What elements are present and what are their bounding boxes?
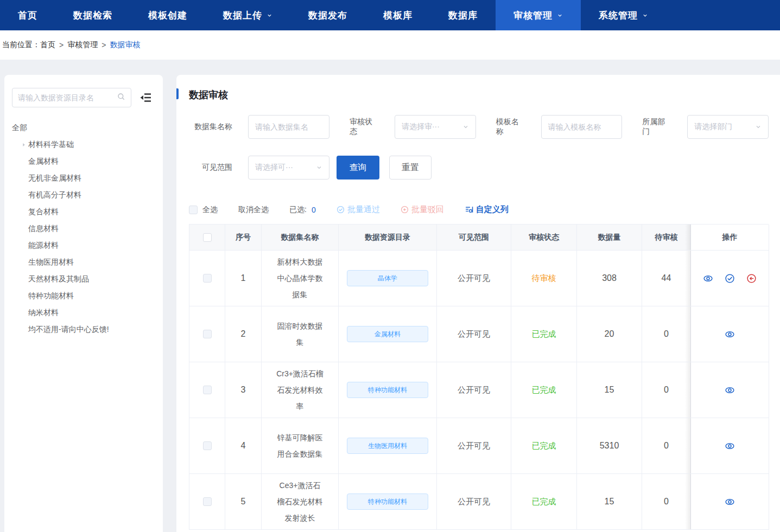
catalog-search-input[interactable] — [18, 93, 117, 102]
custom-columns-label: 自定义列 — [476, 204, 509, 215]
row-checkbox[interactable] — [203, 441, 212, 450]
check-circle-icon — [337, 206, 345, 214]
catalog-tag: 金属材料 — [347, 326, 428, 342]
template-name-label: 模板名称 — [496, 117, 527, 137]
table-row: 4锌基可降解医用合金数据集生物医用材料公开可见已完成53100 — [189, 418, 769, 474]
tree-item[interactable]: 复合材料 — [12, 203, 155, 220]
column-header: 操作 — [691, 225, 769, 251]
pending-cell: 44 — [642, 251, 691, 306]
reset-button[interactable]: 重置 — [389, 156, 432, 180]
breadcrumb-link[interactable]: 数据审核 — [110, 40, 140, 50]
custom-columns-button[interactable]: 自定义列 — [465, 204, 509, 215]
tree-item[interactable]: 纳米材料 — [12, 304, 155, 321]
expand-caret-icon[interactable] — [20, 142, 28, 148]
batch-approve-button[interactable]: 批量通过 — [337, 204, 380, 215]
amount-cell: 15 — [577, 474, 642, 530]
amount-cell: 308 — [577, 251, 642, 306]
chevron-down-icon — [755, 124, 762, 130]
nav-item[interactable]: 模板库 — [365, 0, 430, 30]
header-select-checkbox[interactable] — [203, 233, 212, 242]
table-row: 5Ce3+激活石榴石发光材料发射波长特种功能材料公开可见已完成150 — [189, 474, 769, 530]
approve-button[interactable] — [725, 273, 735, 284]
view-button[interactable] — [725, 441, 735, 451]
batch-reject-button[interactable]: 批量驳回 — [401, 204, 444, 215]
status-cell: 已完成 — [511, 362, 577, 418]
visibility-select[interactable]: 请选择可··· — [248, 156, 329, 180]
header-checkbox-cell — [189, 225, 225, 251]
nav-item[interactable]: 数据发布 — [290, 0, 365, 30]
view-icon — [725, 385, 735, 395]
row-checkbox[interactable] — [203, 386, 212, 394]
tree-item[interactable]: 无机非金属材料 — [12, 170, 155, 187]
catalog-tag: 特种功能材料 — [347, 382, 428, 398]
template-name-input[interactable] — [548, 123, 616, 131]
row-checkbox[interactable] — [203, 330, 212, 338]
tree-item[interactable]: 特种功能材料 — [12, 287, 155, 304]
column-header: 审核状态 — [511, 225, 577, 251]
department-select[interactable]: 请选择部门 — [687, 115, 769, 139]
actions-cell — [691, 306, 769, 362]
catalog-cell: 金属材料 — [339, 306, 437, 362]
tree-item[interactable]: 能源材料 — [12, 237, 155, 254]
tree-item[interactable]: 均不适用-请向中心反馈! — [12, 321, 155, 338]
row-checkbox-cell — [189, 418, 225, 474]
nav-item-label: 首页 — [18, 9, 37, 22]
row-index-cell: 1 — [225, 251, 262, 306]
dataset-name-cell: Cr3+激活石榴石发光材料效率 — [262, 362, 339, 418]
deselect-all-button[interactable]: 取消全选 — [238, 205, 269, 215]
nav-item[interactable]: 首页 — [0, 0, 55, 30]
tree-item-label: 能源材料 — [28, 241, 59, 251]
tree-item[interactable]: 金属材料 — [12, 153, 155, 170]
audit-status-select[interactable]: 请选择审··· — [395, 115, 476, 139]
tree-item-label: 特种功能材料 — [28, 291, 74, 301]
nav-item[interactable]: 数据上传 — [205, 0, 290, 30]
tree-item[interactable]: 天然材料及其制品 — [12, 271, 155, 287]
status-cell: 已完成 — [511, 474, 577, 530]
breadcrumb-link[interactable]: 审核管理 — [67, 40, 98, 50]
column-settings-icon — [465, 205, 474, 214]
nav-item[interactable]: 审核管理 — [496, 0, 581, 30]
tree-item[interactable]: 生物医用材料 — [12, 254, 155, 271]
row-checkbox-cell — [189, 474, 225, 530]
visibility-cell: 公开可见 — [437, 306, 511, 362]
select-all-checkbox[interactable] — [189, 206, 198, 214]
catalog-search-box — [12, 88, 131, 107]
nav-item[interactable]: 数据检索 — [55, 0, 130, 30]
view-button[interactable] — [725, 329, 735, 339]
status-cell: 已完成 — [511, 306, 577, 362]
tree-item[interactable]: 信息材料 — [12, 220, 155, 237]
select-all-button[interactable]: 全选 — [202, 205, 218, 215]
row-checkbox[interactable] — [203, 274, 212, 283]
collapse-tree-icon[interactable] — [139, 91, 153, 105]
nav-item[interactable]: 系统管理 — [581, 0, 666, 30]
status-badge: 已完成 — [532, 441, 556, 451]
view-button[interactable] — [703, 273, 713, 284]
breadcrumb-link[interactable]: 首页 — [40, 40, 55, 50]
tree-item-root[interactable]: 全部 — [12, 119, 155, 136]
catalog-cell: 特种功能材料 — [339, 362, 437, 418]
nav-item[interactable]: 数据库 — [430, 0, 496, 30]
nav-item[interactable]: 模板创建 — [130, 0, 205, 30]
pending-cell: 0 — [642, 418, 691, 474]
title-row: 数据审核 — [189, 75, 769, 101]
query-button[interactable]: 查询 — [337, 156, 379, 180]
main-panel: 数据审核 数据集名称 审核状态 请选择审··· 模板名称 — [176, 75, 780, 532]
tree-item-label: 有机高分子材料 — [28, 190, 81, 200]
table-body: 1新材料大数据中心晶体学数据集晶体学公开可见待审核308442固溶时效数据集金属… — [189, 251, 769, 530]
row-checkbox[interactable] — [203, 497, 212, 506]
view-button[interactable] — [725, 385, 735, 395]
reject-icon — [746, 273, 757, 284]
catalog-cell: 生物医用材料 — [339, 418, 437, 474]
row-index-cell: 2 — [225, 306, 262, 362]
dataset-name-input[interactable] — [255, 123, 322, 131]
breadcrumb-separator: > — [59, 41, 64, 49]
tree-item[interactable]: 有机高分子材料 — [12, 187, 155, 203]
row-index-cell: 3 — [225, 362, 262, 418]
reject-button[interactable] — [746, 273, 757, 284]
tree-item-label: 信息材料 — [28, 224, 59, 234]
tree-item[interactable]: 材料科学基础 — [12, 136, 155, 153]
column-header: 数据资源目录 — [339, 225, 437, 251]
row-checkbox-cell — [189, 306, 225, 362]
view-button[interactable] — [725, 497, 735, 507]
amount-cell: 15 — [577, 362, 642, 418]
